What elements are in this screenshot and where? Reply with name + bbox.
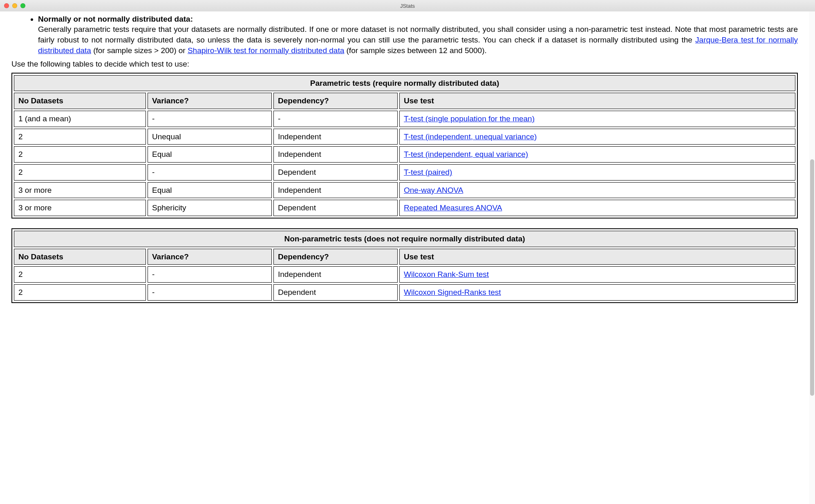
table-row: 2 - Independent Wilcoxon Rank-Sum test — [14, 266, 795, 283]
list-item-normal-distribution: Normally or not normally distributed dat… — [38, 14, 798, 56]
scrollbar-thumb[interactable] — [810, 159, 814, 396]
cell-var: Sphericity — [148, 200, 272, 216]
nonparametric-tests-table: Non-parametric tests (does not require n… — [11, 228, 798, 303]
link-test[interactable]: Wilcoxon Rank-Sum test — [404, 270, 489, 279]
link-test[interactable]: T-test (independent, unequal variance) — [404, 132, 537, 141]
window-titlebar: JStats — [0, 0, 815, 12]
table-row: 3 or more Sphericity Dependent Repeated … — [14, 200, 795, 216]
table-row: 2 - Dependent Wilcoxon Signed-Ranks test — [14, 284, 795, 301]
cell-dep: Dependent — [273, 164, 398, 181]
tables-intro-text: Use the following tables to decide which… — [11, 59, 798, 69]
cell-dep: Dependent — [273, 284, 398, 301]
cell-var: - — [148, 266, 272, 283]
table-row: 2 Equal Independent T-test (independent,… — [14, 146, 795, 163]
nonparametric-table-caption: Non-parametric tests (does not require n… — [14, 231, 795, 247]
link-test[interactable]: T-test (paired) — [404, 168, 452, 176]
cell-n: 2 — [14, 146, 146, 163]
text-fragment: (for sample sizes > 200) or — [91, 46, 188, 55]
col-header-no-datasets: No Datasets — [14, 93, 146, 109]
table-row: 2 Unequal Independent T-test (independen… — [14, 129, 795, 145]
col-header-use-test: Use test — [399, 249, 795, 265]
window-title: JStats — [0, 3, 815, 9]
cell-var: Equal — [148, 182, 272, 198]
cell-dep: - — [273, 111, 398, 127]
cell-var: - — [148, 111, 272, 127]
col-header-variance: Variance? — [148, 249, 272, 265]
cell-dep: Independent — [273, 266, 398, 283]
link-test[interactable]: One-way ANOVA — [404, 186, 463, 194]
cell-var: Equal — [148, 146, 272, 163]
zoom-icon[interactable] — [20, 3, 25, 8]
cell-n: 2 — [14, 164, 146, 181]
cell-dep: Independent — [273, 146, 398, 163]
table-header-row: No Datasets Variance? Dependency? Use te… — [14, 93, 795, 109]
table-header-row: No Datasets Variance? Dependency? Use te… — [14, 249, 795, 265]
link-shapiro-wilk-test[interactable]: Shapiro-Wilk test for normally distribut… — [188, 46, 344, 55]
col-header-no-datasets: No Datasets — [14, 249, 146, 265]
minimize-icon[interactable] — [12, 3, 17, 8]
link-test[interactable]: T-test (single population for the mean) — [404, 114, 535, 123]
col-header-dependency: Dependency? — [273, 249, 398, 265]
content-viewport: variances instead. In case of Repeated M… — [0, 11, 815, 504]
cell-dep: Independent — [273, 182, 398, 198]
link-test[interactable]: Wilcoxon Signed-Ranks test — [404, 288, 501, 297]
close-icon[interactable] — [4, 3, 9, 8]
cell-n: 2 — [14, 266, 146, 283]
cell-n: 3 or more — [14, 200, 146, 216]
cell-n: 2 — [14, 129, 146, 145]
table-row: 2 - Dependent T-test (paired) — [14, 164, 795, 181]
text-fragment: Generally parametric tests require that … — [38, 25, 798, 44]
document-scroll-area[interactable]: variances instead. In case of Repeated M… — [0, 11, 809, 504]
table-row: 1 (and a mean) - - T-test (single popula… — [14, 111, 795, 127]
link-test[interactable]: Repeated Measures ANOVA — [404, 203, 502, 212]
table-row: 3 or more Equal Independent One-way ANOV… — [14, 182, 795, 198]
cell-dep: Independent — [273, 129, 398, 145]
col-header-use-test: Use test — [399, 93, 795, 109]
window-controls — [0, 3, 25, 8]
bullet-head-normal: Normally or not normally distributed dat… — [38, 15, 193, 23]
document-body: variances instead. In case of Repeated M… — [0, 11, 809, 303]
cell-dep: Dependent — [273, 200, 398, 216]
col-header-dependency: Dependency? — [273, 93, 398, 109]
parametric-table-caption: Parametric tests (require normally distr… — [14, 75, 795, 91]
cell-n: 3 or more — [14, 182, 146, 198]
cell-var: - — [148, 284, 272, 301]
col-header-variance: Variance? — [148, 93, 272, 109]
cell-n: 1 (and a mean) — [14, 111, 146, 127]
criteria-list: variances instead. In case of Repeated M… — [11, 11, 798, 56]
cell-var: - — [148, 164, 272, 181]
list-item-equal-variance-tail: variances instead. In case of Repeated M… — [38, 11, 798, 12]
cell-n: 2 — [14, 284, 146, 301]
link-test[interactable]: T-test (independent, equal variance) — [404, 150, 528, 158]
parametric-tests-table: Parametric tests (require normally distr… — [11, 73, 798, 219]
text-fragment: (for sample sizes between 12 and 5000). — [344, 46, 487, 55]
cell-var: Unequal — [148, 129, 272, 145]
vertical-scrollbar[interactable] — [809, 11, 815, 504]
